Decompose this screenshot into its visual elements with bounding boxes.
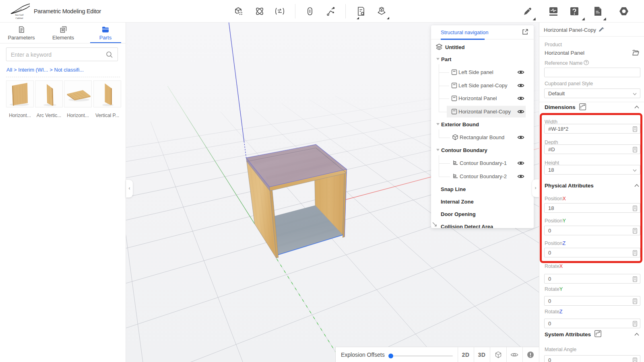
- svg-text:Sea Gull: Sea Gull: [15, 14, 24, 16]
- svg-text:Cabinet: Cabinet: [16, 17, 23, 19]
